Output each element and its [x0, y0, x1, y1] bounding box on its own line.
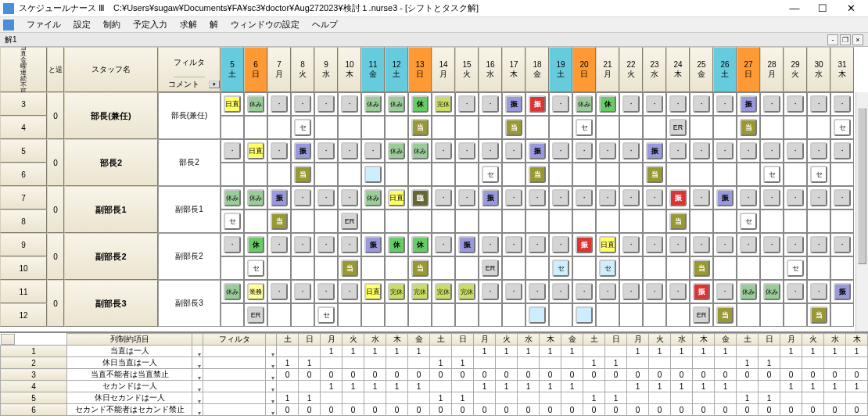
- shift-0-0-8[interactable]: 休: [408, 92, 432, 116]
- shift-2-0-0[interactable]: 休み: [221, 186, 244, 210]
- shift-2-1-17[interactable]: [619, 210, 643, 233]
- shift-3-0-22[interactable]: [737, 233, 760, 256]
- shift-2-1-4[interactable]: [314, 210, 338, 233]
- shift-2-1-16[interactable]: [596, 210, 619, 233]
- day-header-29[interactable]: 29火: [784, 47, 807, 92]
- shift-2-1-15[interactable]: [572, 210, 596, 233]
- constraint-dd-3[interactable]: [192, 369, 203, 381]
- shift-1-1-0[interactable]: [221, 163, 244, 186]
- day-header-14[interactable]: 14月: [432, 47, 455, 92]
- shift-0-0-1[interactable]: 休み: [244, 92, 267, 116]
- day-header-11[interactable]: 11金: [361, 47, 385, 92]
- shift-0-0-19[interactable]: [666, 92, 690, 116]
- menu-予定入力[interactable]: 予定入力: [127, 19, 174, 30]
- shift-4-0-19[interactable]: [666, 280, 690, 303]
- shift-3-0-6[interactable]: 振: [361, 233, 385, 256]
- shift-4-1-1[interactable]: ER: [244, 303, 267, 327]
- constraint-6[interactable]: セカンド不能者はセカンド禁止: [67, 404, 192, 416]
- shift-4-0-9[interactable]: 完休: [432, 280, 455, 303]
- shift-2-0-8[interactable]: 臨: [408, 186, 432, 210]
- shift-4-1-24[interactable]: [784, 303, 807, 327]
- staff-name-3[interactable]: 副部長2: [64, 233, 158, 280]
- shift-1-0-2[interactable]: [267, 139, 291, 163]
- shift-2-0-5[interactable]: [338, 186, 361, 210]
- shift-0-0-17[interactable]: [619, 92, 643, 116]
- shift-3-1-3[interactable]: [291, 256, 314, 280]
- shift-2-0-17[interactable]: [619, 186, 643, 210]
- staff-name-2[interactable]: 副部長1: [64, 186, 158, 233]
- day-header-30[interactable]: 30水: [807, 47, 830, 92]
- day-header-18[interactable]: 18金: [525, 47, 549, 92]
- shift-3-1-1[interactable]: セ: [244, 256, 267, 280]
- shift-1-0-24[interactable]: [784, 139, 807, 163]
- day-header-24[interactable]: 24木: [666, 47, 690, 92]
- shift-3-0-17[interactable]: [619, 233, 643, 256]
- shift-1-1-12[interactable]: [502, 163, 525, 186]
- shift-0-1-21[interactable]: [713, 116, 737, 139]
- shift-1-1-2[interactable]: [267, 163, 291, 186]
- shift-3-1-14[interactable]: セ: [549, 256, 572, 280]
- shift-0-0-6[interactable]: 休み: [361, 92, 385, 116]
- shift-1-1-25[interactable]: セ: [807, 163, 830, 186]
- shift-2-0-6[interactable]: 休み: [361, 186, 385, 210]
- constraint-dd-1[interactable]: [192, 346, 203, 357]
- shift-1-0-26[interactable]: [830, 139, 854, 163]
- shift-0-0-24[interactable]: [784, 92, 807, 116]
- shift-4-1-14[interactable]: [549, 303, 572, 327]
- shift-3-0-5[interactable]: [338, 233, 361, 256]
- day-header-9[interactable]: 9水: [314, 47, 338, 92]
- day-header-31[interactable]: 31木: [830, 47, 854, 92]
- shift-1-1-16[interactable]: [596, 163, 619, 186]
- staff-filter-1[interactable]: 部長2: [158, 139, 221, 186]
- shift-1-0-21[interactable]: [713, 139, 737, 163]
- mdi-minimize[interactable]: -: [827, 34, 838, 45]
- shift-3-1-25[interactable]: [807, 256, 830, 280]
- shift-3-1-4[interactable]: [314, 256, 338, 280]
- shift-2-1-18[interactable]: [643, 210, 666, 233]
- shift-4-0-4[interactable]: [314, 280, 338, 303]
- shift-2-0-24[interactable]: [784, 186, 807, 210]
- shift-3-0-13[interactable]: [525, 233, 549, 256]
- shift-0-0-14[interactable]: [549, 92, 572, 116]
- shift-2-0-22[interactable]: [737, 186, 760, 210]
- constraint-dd-2[interactable]: [192, 357, 203, 369]
- menu-ヘルプ[interactable]: ヘルプ: [306, 19, 344, 30]
- shift-4-0-8[interactable]: 完休: [408, 280, 432, 303]
- shift-1-0-10[interactable]: [455, 139, 479, 163]
- mdi-restore[interactable]: ❐: [840, 34, 851, 45]
- shift-0-1-15[interactable]: セ: [572, 116, 596, 139]
- shift-2-0-13[interactable]: [525, 186, 549, 210]
- shift-3-0-1[interactable]: 休: [244, 233, 267, 256]
- constraint-1[interactable]: 当直は一人: [67, 346, 192, 357]
- day-header-28[interactable]: 28月: [760, 47, 784, 92]
- shift-1-0-7[interactable]: 休み: [385, 139, 408, 163]
- shift-0-0-5[interactable]: [338, 92, 361, 116]
- staff-name-1[interactable]: 部長2: [64, 139, 158, 186]
- shift-1-1-14[interactable]: [549, 163, 572, 186]
- shift-2-0-18[interactable]: [643, 186, 666, 210]
- shift-3-0-16[interactable]: 日直: [596, 233, 619, 256]
- shift-1-0-15[interactable]: [572, 139, 596, 163]
- shift-2-0-1[interactable]: 休み: [244, 186, 267, 210]
- shift-0-1-22[interactable]: 当: [737, 116, 760, 139]
- shift-3-1-7[interactable]: [385, 256, 408, 280]
- shift-3-0-11[interactable]: [479, 233, 502, 256]
- shift-0-1-18[interactable]: [643, 116, 666, 139]
- shift-4-0-10[interactable]: 完休: [455, 280, 479, 303]
- shift-2-1-7[interactable]: [385, 210, 408, 233]
- day-header-21[interactable]: 21月: [596, 47, 619, 92]
- shift-3-1-26[interactable]: [830, 256, 854, 280]
- constraint-3[interactable]: 当直不能者は当直禁止: [67, 369, 192, 381]
- shift-4-0-18[interactable]: [643, 280, 666, 303]
- shift-4-1-12[interactable]: [502, 303, 525, 327]
- shift-0-1-14[interactable]: [549, 116, 572, 139]
- shift-1-0-22[interactable]: [737, 139, 760, 163]
- minimize-button[interactable]: —: [780, 1, 809, 16]
- day-header-10[interactable]: 10木: [338, 47, 361, 92]
- shift-2-1-12[interactable]: [502, 210, 525, 233]
- shift-1-1-5[interactable]: [338, 163, 361, 186]
- shift-2-1-26[interactable]: [830, 210, 854, 233]
- shift-0-1-19[interactable]: ER: [666, 116, 690, 139]
- day-header-26[interactable]: 26土: [713, 47, 737, 92]
- shift-4-0-1[interactable]: 業務: [244, 280, 267, 303]
